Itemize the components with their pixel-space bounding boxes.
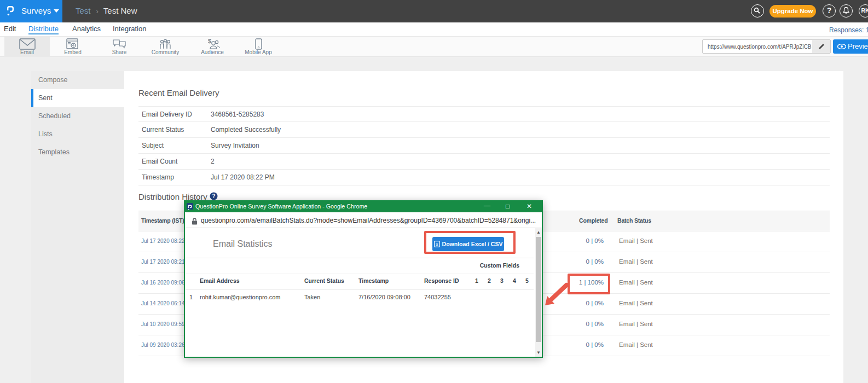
svg-text:$: $ xyxy=(208,38,211,44)
svg-text:?: ? xyxy=(212,193,215,199)
